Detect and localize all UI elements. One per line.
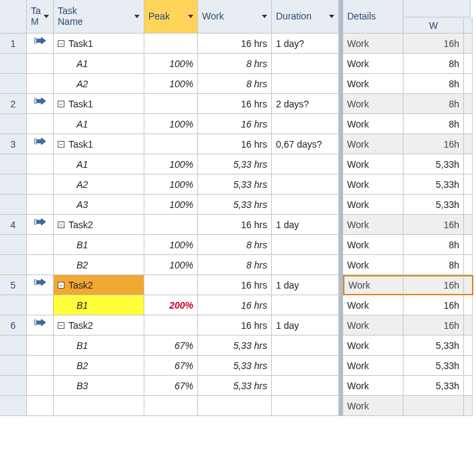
row-number[interactable]: 4	[0, 215, 27, 235]
details-label-cell[interactable]: Work	[343, 315, 403, 336]
peak-cell[interactable]: 67%	[144, 376, 198, 396]
duration-cell[interactable]: 1 day	[272, 215, 339, 235]
w-value-cell[interactable]: 5,33h	[403, 356, 464, 376]
task-name-cell[interactable]: −Task1	[54, 94, 144, 114]
row-number[interactable]: 6	[0, 315, 27, 336]
w-value-cell[interactable]	[403, 396, 464, 416]
row-number[interactable]	[0, 114, 27, 134]
peak-cell[interactable]: 100%	[144, 54, 198, 74]
w-value-cell[interactable]: 16h	[403, 315, 464, 336]
peak-cell[interactable]: 100%	[144, 195, 198, 215]
row-number[interactable]	[0, 255, 27, 275]
w-value-cell[interactable]: 8h	[403, 114, 464, 134]
work-cell[interactable]: 8 hrs	[198, 74, 272, 94]
row-number[interactable]	[0, 195, 27, 215]
chevron-down-icon[interactable]	[44, 15, 49, 18]
resource-name-cell[interactable]: A1	[54, 54, 144, 74]
resource-name-cell[interactable]: B1	[54, 295, 144, 315]
peak-cell[interactable]	[144, 34, 198, 54]
details-label-cell[interactable]: Work	[343, 74, 403, 94]
w-value-cell[interactable]: 5,33h	[403, 174, 464, 195]
details-label-cell[interactable]: Work	[343, 114, 403, 134]
work-cell[interactable]: 5,33 hrs	[198, 336, 272, 356]
duration-cell[interactable]	[272, 74, 339, 94]
work-cell[interactable]: 5,33 hrs	[198, 376, 272, 396]
task-name-cell[interactable]: −Task2	[54, 275, 144, 295]
resource-name-cell[interactable]: B2	[54, 356, 144, 376]
resource-name-cell[interactable]: A2	[54, 74, 144, 94]
peak-cell[interactable]: 100%	[144, 255, 198, 275]
row-number[interactable]	[0, 54, 27, 74]
duration-cell[interactable]	[272, 356, 339, 376]
header-work[interactable]: Work	[198, 0, 272, 34]
collapse-toggle[interactable]: −	[58, 141, 64, 148]
details-label-cell[interactable]: Work	[343, 54, 403, 74]
duration-cell[interactable]	[272, 396, 339, 416]
row-number[interactable]	[0, 336, 27, 356]
peak-cell[interactable]	[144, 215, 198, 235]
row-number[interactable]	[0, 154, 27, 174]
row-number[interactable]: 3	[0, 134, 27, 154]
work-cell[interactable]: 16 hrs	[198, 315, 272, 336]
details-label-cell[interactable]: Work	[343, 154, 403, 174]
work-cell[interactable]: 8 hrs	[198, 54, 272, 74]
duration-cell[interactable]	[272, 295, 339, 315]
details-label-cell[interactable]: Work	[343, 295, 403, 315]
peak-cell[interactable]	[144, 94, 198, 114]
work-cell[interactable]: 16 hrs	[198, 34, 272, 54]
peak-cell[interactable]: 100%	[144, 174, 198, 195]
header-duration[interactable]: Duration	[272, 0, 339, 34]
w-value-cell[interactable]: 8h	[403, 255, 464, 275]
duration-cell[interactable]: 1 day	[272, 315, 339, 336]
w-value-cell[interactable]: 8h	[403, 54, 464, 74]
w-value-cell[interactable]: 5,33h	[403, 376, 464, 396]
resource-name-cell[interactable]	[54, 396, 144, 416]
task-name-cell[interactable]: −Task1	[54, 34, 144, 54]
duration-cell[interactable]: 1 day	[272, 275, 339, 295]
task-name-cell[interactable]: −Task2	[54, 315, 144, 336]
row-number[interactable]	[0, 235, 27, 255]
w-value-cell[interactable]: 16h	[403, 215, 464, 235]
work-cell[interactable]: 5,33 hrs	[198, 356, 272, 376]
chevron-down-icon[interactable]	[188, 15, 193, 18]
details-label-cell[interactable]: Work	[343, 255, 403, 275]
duration-cell[interactable]	[272, 54, 339, 74]
peak-cell[interactable]	[144, 134, 198, 154]
header-taskmode[interactable]: TaM	[27, 0, 54, 34]
resource-name-cell[interactable]: A3	[54, 195, 144, 215]
w-value-cell[interactable]: 5,33h	[403, 195, 464, 215]
details-label-cell[interactable]: Work	[343, 34, 403, 54]
details-label-cell[interactable]: Work	[343, 94, 403, 114]
duration-cell[interactable]	[272, 336, 339, 356]
resource-name-cell[interactable]: B2	[54, 255, 144, 275]
task-name-cell[interactable]: −Task1	[54, 134, 144, 154]
work-cell[interactable]: 16 hrs	[198, 275, 272, 295]
resource-name-cell[interactable]: A1	[54, 154, 144, 174]
duration-cell[interactable]: 1 day?	[272, 34, 339, 54]
details-label-cell[interactable]: Work	[343, 275, 403, 295]
row-number[interactable]	[0, 376, 27, 396]
peak-cell[interactable]: 67%	[144, 336, 198, 356]
resource-name-cell[interactable]: A2	[54, 174, 144, 195]
header-w[interactable]: W	[403, 17, 464, 34]
collapse-toggle[interactable]: −	[58, 221, 64, 228]
w-value-cell[interactable]: 16h	[403, 275, 464, 295]
work-cell[interactable]: 5,33 hrs	[198, 154, 272, 174]
peak-cell[interactable]: 100%	[144, 74, 198, 94]
duration-cell[interactable]: 0,67 days?	[272, 134, 339, 154]
w-value-cell[interactable]: 8h	[403, 74, 464, 94]
peak-cell[interactable]	[144, 275, 198, 295]
details-label-cell[interactable]: Work	[343, 336, 403, 356]
peak-cell[interactable]: 100%	[144, 235, 198, 255]
task-name-cell[interactable]: −Task2	[54, 215, 144, 235]
peak-cell[interactable]	[144, 396, 198, 416]
work-cell[interactable]: 5,33 hrs	[198, 174, 272, 195]
header-details[interactable]: Details	[343, 0, 403, 34]
work-cell[interactable]: 16 hrs	[198, 114, 272, 134]
work-cell[interactable]	[198, 396, 272, 416]
work-cell[interactable]: 16 hrs	[198, 94, 272, 114]
collapse-toggle[interactable]: −	[58, 101, 64, 107]
duration-cell[interactable]: 2 days?	[272, 94, 339, 114]
row-number[interactable]	[0, 356, 27, 376]
row-number[interactable]: 2	[0, 94, 27, 114]
